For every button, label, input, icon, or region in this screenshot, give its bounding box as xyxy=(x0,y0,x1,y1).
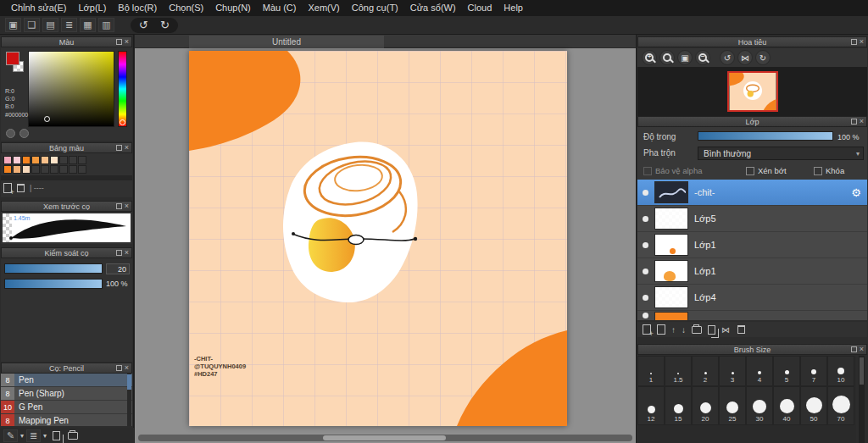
add-vector-layer-icon[interactable] xyxy=(657,324,665,335)
add-palette-color-icon[interactable] xyxy=(3,183,12,193)
brush-size-cell[interactable]: 40 xyxy=(773,386,800,425)
rotate-cw-icon[interactable]: ↻ xyxy=(755,50,771,65)
brush-size-cell[interactable]: 30 xyxy=(746,386,773,425)
comment-tool-icon[interactable]: ❑ xyxy=(24,18,40,32)
layer-thumbnail[interactable] xyxy=(654,286,688,308)
opacity-slider[interactable] xyxy=(698,131,833,141)
add-folder-icon[interactable] xyxy=(692,326,702,334)
brush-size-cell[interactable]: 25 xyxy=(719,386,746,425)
menu-help[interactable]: Help xyxy=(498,0,529,16)
canvas-scroll-thumb[interactable] xyxy=(323,435,446,440)
brush-item-g-pen[interactable]: 10 G Pen xyxy=(1,401,132,413)
quick-brush-icon[interactable]: ≣ xyxy=(26,429,41,442)
blend-mode-select[interactable]: Bình thường ▾ xyxy=(698,147,864,160)
brush-list-scroll-thumb[interactable] xyxy=(127,374,131,390)
zoom-original-icon[interactable] xyxy=(659,50,675,65)
palette-swatch-empty[interactable] xyxy=(69,165,77,174)
palette-swatch[interactable] xyxy=(50,156,58,164)
brush-control-header[interactable]: Kiểm soát cọ × xyxy=(1,247,132,258)
layer-visibility-icon[interactable] xyxy=(643,216,648,222)
brush-size-scrollbar[interactable] xyxy=(859,356,865,443)
menu-window[interactable]: Cửa sổ(W) xyxy=(404,0,462,16)
menu-select[interactable]: Chọn(S) xyxy=(163,0,209,16)
layers-header[interactable]: Lớp × xyxy=(637,116,867,127)
brush-size-cell[interactable]: 1.5 xyxy=(665,356,692,386)
undo-icon[interactable]: ↺ xyxy=(139,19,148,30)
merge-layer-icon[interactable]: ⋈ xyxy=(721,325,730,335)
brush-size-cell[interactable]: 10 xyxy=(827,356,854,386)
palette-swatch[interactable] xyxy=(22,156,31,164)
brush-size-cell[interactable]: 15 xyxy=(665,386,692,425)
duplicate-layer-icon[interactable] xyxy=(708,325,715,335)
palette-swatch-empty[interactable] xyxy=(50,165,58,174)
duplicate-icon[interactable] xyxy=(53,431,60,440)
flip-horizontal-icon[interactable]: ⋈ xyxy=(737,50,753,65)
popout-icon[interactable] xyxy=(116,39,122,45)
table-tool-icon[interactable]: ▥ xyxy=(98,18,114,32)
close-icon[interactable]: × xyxy=(860,346,864,352)
eyedropper-button[interactable] xyxy=(6,129,15,138)
close-icon[interactable]: × xyxy=(125,145,129,151)
brush-size-scroll-thumb[interactable] xyxy=(860,357,864,385)
brush-size-slider[interactable] xyxy=(4,263,103,274)
close-icon[interactable]: × xyxy=(125,39,129,45)
palette-swatch-empty[interactable] xyxy=(59,156,68,164)
fit-screen-icon[interactable]: ▣ xyxy=(677,50,693,65)
menu-layer[interactable]: Lớp(L) xyxy=(72,0,112,16)
palette-swatch[interactable] xyxy=(3,165,12,174)
menu-cloud[interactable]: Cloud xyxy=(462,0,498,16)
close-icon[interactable]: × xyxy=(125,203,129,209)
layer-down-icon[interactable]: ↓ xyxy=(682,325,686,335)
brush-size-header[interactable]: Brush Size × xyxy=(637,344,867,355)
brush-list-header[interactable]: Cọ: Pencil × xyxy=(1,363,132,374)
palette-swatch-empty[interactable] xyxy=(78,165,86,174)
lock-checkbox[interactable] xyxy=(814,167,822,175)
clipping-checkbox[interactable] xyxy=(746,167,754,175)
brush-item-mapping-pen[interactable]: 8 Mapping Pen xyxy=(1,414,132,426)
transform-tool-icon[interactable]: ▣ xyxy=(5,18,21,32)
palette-swatch[interactable] xyxy=(31,156,40,164)
navigator-header[interactable]: Hoa tiêu × xyxy=(637,36,867,47)
hue-slider[interactable] xyxy=(118,51,127,127)
lines-tool-icon[interactable]: ≣ xyxy=(61,18,77,32)
palette-swatch[interactable] xyxy=(41,156,49,164)
popout-icon[interactable] xyxy=(116,250,122,256)
popout-icon[interactable] xyxy=(116,145,122,151)
brush-caret-icon[interactable]: ▾ xyxy=(43,432,47,440)
layer-settings-gear-icon[interactable]: ⚙ xyxy=(851,186,861,199)
close-icon[interactable]: × xyxy=(860,119,864,125)
close-icon[interactable]: × xyxy=(860,39,864,45)
brush-size-cell[interactable]: 3 xyxy=(719,356,746,386)
grid-tool-icon[interactable]: ▦ xyxy=(80,18,96,32)
brush-size-cell[interactable]: 20 xyxy=(692,386,719,425)
alpha-protect-checkbox[interactable] xyxy=(643,167,652,175)
palette-swatch[interactable] xyxy=(22,165,31,174)
zoom-out-icon[interactable]: − xyxy=(695,50,710,65)
lock-checkbox-group[interactable]: Khóa xyxy=(814,166,844,175)
palette-swatch[interactable] xyxy=(13,156,21,164)
hue-cursor[interactable] xyxy=(120,119,125,125)
quick-pencil-icon[interactable]: ✎ xyxy=(3,429,18,442)
layer-row-lop1b[interactable]: Lớp1 xyxy=(637,258,867,284)
document-tab[interactable]: Untitled xyxy=(189,36,384,48)
canvas[interactable]: -CHIT- @TUQUYNH0409 #HD247 xyxy=(189,51,567,426)
foreground-color-swatch[interactable] xyxy=(6,52,19,65)
brush-item-pen[interactable]: 8 Pen xyxy=(1,374,132,386)
pages-tool-icon[interactable]: ▤ xyxy=(42,18,58,32)
layer-row-lop4[interactable]: Lớp4 xyxy=(637,285,867,310)
palette-swatch-empty[interactable] xyxy=(31,165,40,174)
brush-size-cell[interactable]: 12 xyxy=(637,386,665,425)
pencil-caret-icon[interactable]: ▾ xyxy=(20,432,24,440)
color-panel-header[interactable]: Màu × xyxy=(1,36,132,47)
zoom-in-icon[interactable]: + xyxy=(642,50,657,65)
close-icon[interactable]: × xyxy=(125,365,129,371)
layer-visibility-icon[interactable] xyxy=(643,190,648,196)
delete-palette-color-icon[interactable] xyxy=(17,184,25,192)
palette-swatch-empty[interactable] xyxy=(78,156,86,164)
brush-size-cell[interactable]: 7 xyxy=(800,356,827,386)
layer-row-partial[interactable] xyxy=(637,311,867,320)
brush-size-cell[interactable]: 1 xyxy=(637,356,665,386)
brush-size-cell[interactable]: 2 xyxy=(692,356,719,386)
layer-thumbnail[interactable] xyxy=(654,234,688,256)
popout-icon[interactable] xyxy=(116,365,122,371)
